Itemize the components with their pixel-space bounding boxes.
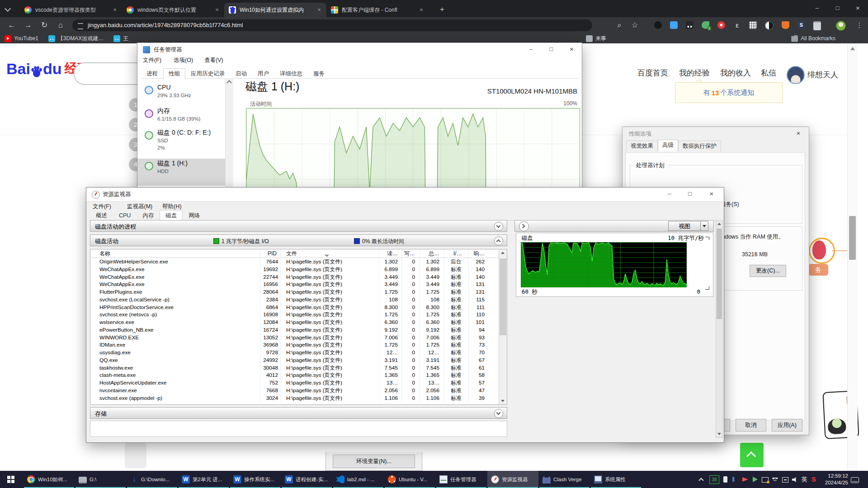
taskbar-item[interactable]: lab2.md - ... bbox=[333, 471, 384, 488]
taskmgr-tab[interactable]: 用户 bbox=[252, 68, 274, 80]
tray-expand-icon[interactable] bbox=[699, 476, 707, 483]
table-row[interactable]: ePowerButton_NB.exe 16724 H:\pagefile.sy… bbox=[90, 326, 507, 334]
taskmgr-tab[interactable]: 应用历史记录 bbox=[185, 68, 230, 80]
dialog-close-button[interactable] bbox=[792, 127, 805, 141]
bookmark-item[interactable]: 【3DMAX游戏建… bbox=[48, 34, 104, 43]
table-row[interactable]: svchost.exe (appmodel -p) 3024 H:\pagefi… bbox=[90, 394, 507, 402]
tab-close-icon[interactable] bbox=[111, 6, 118, 14]
browser-tab[interactable]: vscode资源管理器按类型 bbox=[20, 3, 122, 17]
column-header-response[interactable]: 响… bbox=[468, 249, 498, 258]
environment-variables-button[interactable]: 环境变量(N)... bbox=[333, 455, 415, 468]
browser-tab[interactable]: Win10如何通过设置虚拟内 bbox=[224, 3, 326, 17]
table-row[interactable]: WeChatAppEx.exe 22744 H:\pagefile.sys (页… bbox=[90, 273, 507, 281]
browser-tab[interactable]: 配置客户端缓存 - Confl bbox=[326, 3, 429, 17]
bookmark-star-icon[interactable]: ☆ bbox=[629, 20, 640, 31]
column-header-io-priority[interactable]: I/… bbox=[444, 249, 468, 258]
address-bar[interactable]: jingyan.baidu.com/article/1974b28978079c… bbox=[72, 19, 592, 31]
taskmgr-close-button[interactable] bbox=[561, 43, 582, 56]
extension-icon[interactable] bbox=[765, 21, 774, 30]
extension-icon[interactable] bbox=[797, 21, 805, 29]
start-button[interactable] bbox=[0, 471, 22, 488]
browser-minimize-button[interactable] bbox=[807, 0, 827, 17]
column-header-pid[interactable]: PID bbox=[260, 249, 280, 258]
taskmgr-tab[interactable]: 进程 bbox=[141, 68, 163, 80]
media-play-icon[interactable] bbox=[752, 476, 759, 483]
resmon-minimize-button[interactable] bbox=[660, 188, 679, 201]
user-name[interactable]: 绯想天人 bbox=[807, 70, 838, 80]
scroll-down-icon[interactable] bbox=[717, 433, 721, 435]
taskmgr-tab[interactable]: 服务 bbox=[308, 68, 330, 80]
menu-file[interactable]: 文件(F) bbox=[143, 56, 161, 64]
bookmark-item[interactable]: 来事 bbox=[586, 34, 616, 43]
volume-icon[interactable] bbox=[792, 476, 799, 483]
scroll-up-icon[interactable] bbox=[226, 80, 231, 85]
messenger-icon[interactable] bbox=[742, 476, 749, 483]
menu-options[interactable]: 选项(O) bbox=[174, 56, 193, 64]
taskmgr-sidebar-item[interactable]: CPU 29% 3.93 GHz bbox=[137, 83, 225, 106]
page-nav-link[interactable]: 百度首页 bbox=[637, 68, 668, 78]
taskmgr-tab[interactable]: 性能 bbox=[163, 68, 185, 80]
taskmgr-sidebar-item[interactable]: 磁盘 0 (C: D: F: E:) SSD 2% bbox=[137, 128, 225, 157]
taskmgr-tab[interactable]: 详细信息 bbox=[274, 68, 308, 80]
resmon-close-button[interactable] bbox=[701, 188, 722, 201]
apply-button[interactable]: 应用(A) bbox=[772, 419, 802, 432]
taskbar-item[interactable]: 进程创建-实... bbox=[281, 471, 332, 488]
taskmgr-sidebar-item[interactable]: 内存 6.1/15.8 GB (39%) bbox=[137, 106, 225, 130]
taskbar-item[interactable]: 第2单元 进... bbox=[178, 471, 229, 488]
scroll-up-icon[interactable] bbox=[717, 223, 721, 225]
right-panel-scrollbar[interactable] bbox=[716, 220, 723, 438]
change-button[interactable]: 更改(C)... bbox=[750, 265, 786, 277]
storage-section-bar[interactable]: 存储 bbox=[90, 407, 507, 419]
user-avatar[interactable] bbox=[787, 66, 805, 84]
taskbar-clock[interactable]: 12:59:12 2024/4/25 bbox=[825, 473, 848, 486]
taskmgr-title-bar[interactable]: 任务管理器 bbox=[137, 43, 582, 56]
taskbar-item[interactable]: 任务管理器 bbox=[436, 471, 487, 488]
column-header-write[interactable]: 写… bbox=[401, 249, 420, 258]
expand-panel-button[interactable] bbox=[519, 221, 529, 231]
dialog-tab[interactable]: 视觉效果 bbox=[626, 141, 658, 151]
extension-icon[interactable] bbox=[782, 21, 789, 29]
tab-search-button[interactable] bbox=[5, 5, 14, 13]
processes-section-bar[interactable]: 磁盘活动的进程 bbox=[90, 220, 507, 232]
scroll-up-icon[interactable] bbox=[850, 47, 855, 50]
page-nav-link[interactable]: 我的收入 bbox=[720, 68, 751, 78]
table-row[interactable]: WINWORD.EXE 13052 H:\pagefile.sys (页文件) … bbox=[90, 334, 507, 342]
taskbar-item[interactable]: 资源监视器 bbox=[487, 471, 538, 488]
dialog-tab[interactable]: 数据执行保护 bbox=[678, 141, 721, 151]
tab-close-icon[interactable] bbox=[213, 6, 221, 14]
cancel-button[interactable]: 取消 bbox=[736, 419, 766, 432]
collapse-button[interactable] bbox=[494, 222, 503, 231]
taskmgr-minimize-button[interactable] bbox=[521, 43, 541, 56]
table-row[interactable]: WeChatAppEx.exe 16956 H:\pagefile.sys (页… bbox=[90, 281, 507, 288]
tab-close-icon[interactable] bbox=[316, 6, 323, 14]
service-tab[interactable]: 务 bbox=[808, 264, 828, 276]
dialog-title-bar[interactable]: 性能选项 bbox=[623, 127, 809, 141]
resmon-title-bar[interactable]: 资源监视器 bbox=[86, 188, 724, 201]
taskbar-item[interactable]: G:\ bbox=[75, 471, 126, 488]
taskbar-item[interactable]: Clash Verge bbox=[539, 471, 590, 488]
menu-monitor[interactable]: 监视器(M) bbox=[127, 203, 152, 211]
notification-popup[interactable]: 有 13 个系统通知 bbox=[675, 82, 783, 103]
resmon-tab[interactable]: CPU bbox=[113, 211, 137, 221]
table-scrollbar[interactable] bbox=[499, 249, 507, 404]
reload-icon[interactable]: ↻ bbox=[39, 20, 50, 31]
home-icon[interactable]: ⌂ bbox=[55, 20, 66, 31]
table-row[interactable]: HostAppServiceUpdater.exe 752 H:\pagefil… bbox=[90, 379, 507, 387]
taskbar-item[interactable]: G:\Downlo... bbox=[127, 471, 178, 488]
taskbar-item[interactable]: Win10如何... bbox=[24, 471, 75, 488]
sogou-icon[interactable]: S bbox=[811, 476, 819, 483]
scrollbar-thumb[interactable] bbox=[500, 258, 506, 335]
view-dropdown-arrow[interactable] bbox=[700, 221, 708, 231]
all-bookmarks-button[interactable]: All Bookmarks bbox=[791, 34, 845, 43]
extension-icon[interactable] bbox=[749, 21, 757, 29]
table-row[interactable]: FlutterPlugins.exe 28064 H:\pagefile.sys… bbox=[90, 288, 507, 296]
table-row[interactable]: IDMan.exe 36968 H:\pagefile.sys (页文件) 1.… bbox=[90, 341, 507, 349]
table-row[interactable]: svchost.exe (LocalService -p) 2384 H:\pa… bbox=[90, 296, 507, 304]
zoom-icon[interactable]: ⌕ bbox=[614, 20, 625, 31]
bluetooth-icon[interactable] bbox=[732, 476, 739, 483]
taskmgr-sidebar-item[interactable]: 磁盘 1 (H:) HDD bbox=[137, 159, 225, 186]
disk-activity-section-bar[interactable]: 磁盘活动 1 兆字节/秒磁盘 I/O 0% 最长活动时间 bbox=[90, 235, 507, 246]
usb-device-icon[interactable] bbox=[722, 476, 729, 483]
wifi-icon[interactable] bbox=[772, 476, 779, 483]
column-header-total[interactable]: 总… bbox=[420, 249, 444, 258]
